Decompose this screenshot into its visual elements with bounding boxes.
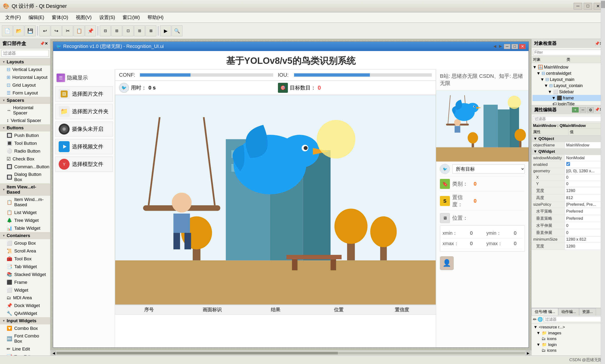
geometry-value[interactable]: [(0, 0), 1280 x... (565, 168, 605, 174)
scroll-right-btn[interactable]: ▶ (526, 351, 530, 355)
pencil-icon[interactable]: ✏ (533, 317, 536, 322)
object-name-value[interactable]: MainWindow (565, 142, 605, 149)
widget-combo-box[interactable]: 🔽 Combo Box (0, 324, 50, 332)
widget-frame[interactable]: ⬛ Frame (0, 278, 50, 286)
widget-check-box[interactable]: ☑ Check Box (0, 155, 50, 163)
resource-filter-input[interactable] (544, 317, 604, 322)
sub-minimize-button[interactable]: ─ (504, 44, 510, 49)
height-value[interactable]: 812 (565, 194, 605, 201)
widget-vertical-spacer[interactable]: ↕ Vertical Spacer (0, 117, 50, 124)
widget-text-edit[interactable]: 📝 Text Edit (0, 353, 50, 355)
select-video-btn[interactable]: 选择视频文件 (55, 139, 113, 154)
object-filter-input[interactable] (533, 50, 604, 55)
section-item-views[interactable]: Item View...el-Based (0, 183, 50, 196)
iou-slider[interactable] (294, 73, 432, 77)
preview-button[interactable]: ▶ (160, 26, 171, 36)
obj-sidebar[interactable]: ▼ ⬜ Sidebar (533, 89, 604, 95)
cut-button[interactable]: ✂ (62, 26, 73, 36)
select-image-btn[interactable]: 🖼 选择图片文件 (55, 86, 113, 102)
copy-button[interactable]: 📋 (74, 26, 84, 36)
menu-window[interactable]: 窗体(O) (48, 13, 71, 22)
widget-dialog-button-box[interactable]: 🔲 Dialog Button Box (0, 171, 50, 183)
chrome-icon[interactable]: 🌐 (537, 317, 543, 322)
h-scroll-thumb[interactable] (56, 352, 338, 354)
redo-button[interactable]: ↪ (51, 26, 62, 36)
widget-panel-pin[interactable]: 📌✕ (40, 41, 48, 46)
prop-filter-input[interactable] (533, 116, 604, 122)
actions-tab[interactable]: 动作编... (558, 308, 579, 315)
section-spacers[interactable]: Spacers (0, 97, 50, 104)
widget-list-widget[interactable]: 📋 List Widget (0, 208, 50, 216)
widget-font-combo-box[interactable]: 🔤 Font Combo Box (0, 332, 50, 345)
window-modality-value[interactable]: NonModal (565, 155, 605, 161)
next-window-btn[interactable]: ▶ (498, 44, 503, 48)
camera-btn[interactable]: 摄像头未开启 (55, 121, 113, 137)
res-images-icons[interactable]: 🗂 icons (533, 336, 604, 342)
menu-panes[interactable]: 窗口(W) (119, 13, 143, 22)
res-login-icons[interactable]: 🗂 icons (533, 348, 604, 353)
widget-horizontal-layout[interactable]: ⊞ Horizontal Layout (0, 73, 50, 81)
obj-central-widget[interactable]: ▼ ⊟ centralwidget (533, 70, 604, 77)
layout-v-button[interactable]: ⊞ (111, 26, 122, 36)
scroll-left-btn[interactable]: ◀ (51, 351, 56, 355)
undo-button[interactable]: ↩ (40, 26, 50, 36)
config-property-btn[interactable]: ⚙ (587, 107, 594, 113)
widget-horizontal-spacer[interactable]: ↔ Horizontal Spacer (0, 104, 50, 117)
h-scroll-track[interactable] (56, 352, 525, 354)
add-property-btn[interactable]: + (572, 107, 579, 113)
minimize-button[interactable]: ─ (574, 3, 582, 10)
break-layout-button[interactable]: ⊠ (145, 26, 156, 36)
layout-grid-button[interactable]: ⊡ (123, 26, 134, 36)
enabled-value[interactable] (565, 161, 605, 168)
widget-push-button[interactable]: 🔲 Push Button (0, 131, 50, 139)
section-containers[interactable]: Containers (0, 232, 50, 239)
obj-main-window[interactable]: ▼ 🪟 MainWindow (533, 64, 604, 70)
sub-close-button[interactable]: ✕ (519, 44, 526, 49)
y-value[interactable]: 0 (565, 181, 605, 187)
v-policy-value[interactable]: Preferred (565, 215, 605, 222)
section-input-widgets[interactable]: Input Widgets (0, 317, 50, 324)
widget-tool-box[interactable]: 🧰 Tool Box (0, 255, 50, 263)
layout-h-button[interactable]: ⊟ (100, 26, 111, 36)
widget-qax-widget[interactable]: 🔧 QAxWidget (0, 309, 50, 317)
widget-dock-widget[interactable]: 📌 Dock Widget (0, 302, 50, 309)
zoom-button[interactable]: 🔍 (171, 26, 182, 36)
h-stretch-value[interactable]: 0 (565, 222, 605, 229)
widget-form-layout[interactable]: ☰ Form Layout (0, 89, 50, 97)
widget-tab-widget[interactable]: 📑 Tab Widget (0, 263, 50, 271)
obj-frame[interactable]: ▼ ⬛ frame (533, 95, 604, 101)
obj-layout-contain[interactable]: ▼ ⊟ Layout_contain (533, 83, 604, 89)
menu-help[interactable]: 帮助(H) (144, 13, 167, 22)
widget-widget[interactable]: ⬜ Widget (0, 286, 50, 294)
enabled-checkbox[interactable] (566, 162, 570, 166)
menu-edit[interactable]: 编辑(E) (25, 13, 48, 22)
menu-settings[interactable]: 设置(S) (96, 13, 119, 22)
widget-command-button[interactable]: 🔲 Comman...Button (0, 163, 50, 171)
targets-dropdown[interactable]: 所有目标 (452, 164, 525, 173)
widget-radio-button[interactable]: ⚪ Radio Button (0, 147, 50, 155)
h-policy-value[interactable]: Preferred (565, 208, 605, 215)
widget-item-view-model[interactable]: 📋 Item Wind...m-Based (0, 196, 50, 208)
maximize-button[interactable]: □ (584, 3, 592, 10)
res-login[interactable]: ▼ 📁 login (533, 342, 604, 348)
widget-line-edit[interactable]: ✏ Line Edit (0, 345, 50, 353)
prev-window-btn[interactable]: ◀ (492, 44, 497, 48)
remove-property-btn[interactable]: ─ (579, 107, 586, 113)
min-size-value[interactable]: 1280 x 812 (565, 236, 605, 243)
min-width-value[interactable]: 1280 (565, 243, 605, 250)
widget-vertical-layout[interactable]: ⊟ Vertical Layout (0, 65, 50, 73)
widget-tree-widget[interactable]: 🌲 Tree Widget (0, 216, 50, 224)
select-model-btn[interactable]: Y 选择模型文件 (55, 156, 113, 172)
save-button[interactable]: 💾 (25, 26, 36, 36)
menu-view[interactable]: 视图(V) (72, 13, 95, 22)
widget-tool-button[interactable]: 🔳 Tool Button (0, 139, 50, 147)
open-button[interactable]: 📂 (13, 26, 24, 36)
x-value[interactable]: 0 (565, 174, 605, 181)
widget-table-widget[interactable]: 📊 Table Widget (0, 224, 50, 232)
widget-stacked-widget[interactable]: 📚 Stacked Widget (0, 271, 50, 278)
obj-layout-main[interactable]: ▼ ⊟ Layout_main (533, 77, 604, 83)
width-value[interactable]: 1280 (565, 187, 605, 194)
resources-tab[interactable]: 资源... (579, 308, 596, 315)
conf-slider[interactable] (140, 73, 273, 77)
layout-form-button[interactable]: ⊞ (134, 26, 145, 36)
